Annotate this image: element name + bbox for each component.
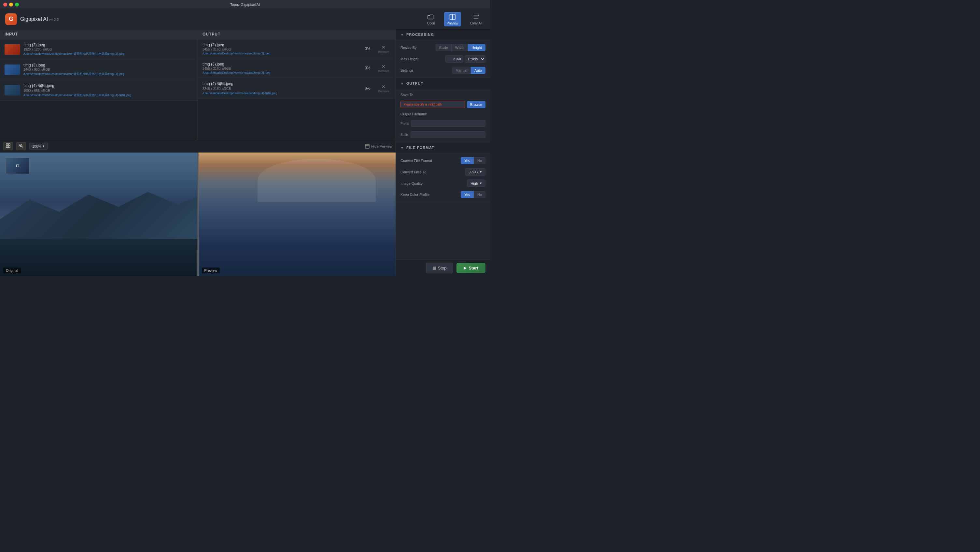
action-bar: Stop Start xyxy=(396,260,490,276)
remove-button[interactable]: ✕ Remove xyxy=(376,63,391,73)
file-path: /Users/ianbale/Desktop/Herrick-resized/t… xyxy=(202,52,361,55)
keep-color-no[interactable]: No xyxy=(474,191,485,198)
maximize-button[interactable] xyxy=(15,3,19,6)
output-column: OUTPUT timg (2).jpeg 3456 x 2160, sRGB /… xyxy=(198,29,396,140)
suffix-label: Suffix xyxy=(401,133,409,137)
output-percent: 0% xyxy=(365,46,370,51)
prefix-input[interactable] xyxy=(411,120,485,127)
thumbnail-img xyxy=(5,44,20,55)
fit-view-button[interactable] xyxy=(3,142,13,150)
save-to-path-input[interactable]: Please specify a valid path xyxy=(401,101,465,108)
preview-divider[interactable] xyxy=(198,153,199,276)
scale-button[interactable]: Scale xyxy=(436,44,452,51)
remove-button[interactable]: ✕ Remove xyxy=(376,44,391,54)
convert-format-no[interactable]: No xyxy=(474,157,485,164)
minimize-button[interactable] xyxy=(9,3,13,6)
browse-button[interactable]: Browse xyxy=(467,101,485,108)
file-format-title: FILE FORMAT xyxy=(406,146,434,150)
max-height-row: Max Height Pixels xyxy=(401,55,485,63)
file-path: /Users/ianbale/Desktop/Herrick-resized/t… xyxy=(202,71,361,74)
list-item[interactable]: timg (4)-编辑.jpeg 3248 x 2160, sRGB /User… xyxy=(198,78,396,99)
left-panel: INPUT timg (2).jpeg 1920 x 1200, sRGB /U… xyxy=(0,29,396,276)
settings-label: Settings xyxy=(401,69,414,72)
hide-preview-button[interactable]: Hide Preview xyxy=(365,144,392,148)
image-quality-label: Image Quality xyxy=(401,182,423,185)
chevron-down-icon: ▼ xyxy=(401,82,404,85)
clear-all-button[interactable]: Clear All xyxy=(468,12,485,26)
list-item[interactable]: timg (2).jpeg 3456 x 2160, sRGB /Users/i… xyxy=(198,40,396,59)
output-section-header[interactable]: ▼ OUTPUT xyxy=(396,78,490,89)
height-button[interactable]: Height xyxy=(468,44,485,51)
output-file-info: timg (4)-编辑.jpeg 3248 x 2160, sRGB /User… xyxy=(202,81,361,96)
preview-toolbar: 100% ▾ Hide Preview xyxy=(0,140,396,153)
file-format-section-header[interactable]: ▼ FILE FORMAT xyxy=(396,142,490,153)
file-dims: 1920 x 1200, sRGB xyxy=(24,48,193,51)
list-item[interactable]: timg (3).jpeg 1440 x 900, sRGB /Users/ma… xyxy=(0,60,197,80)
open-button[interactable]: Open xyxy=(425,12,438,26)
app-name: Gigapixel AI xyxy=(20,16,48,22)
window-title: Topaz Gigapixel AI xyxy=(230,3,260,6)
convert-format-label: Convert File Format xyxy=(401,159,432,163)
file-thumbnail xyxy=(5,64,20,75)
prefix-row: Prefix xyxy=(401,120,485,127)
svg-rect-8 xyxy=(6,146,8,148)
chevron-down-icon: ▾ xyxy=(480,181,482,185)
processing-section-body: Resize By Scale Width Height Max Height … xyxy=(396,40,490,78)
image-quality-dropdown[interactable]: High ▾ xyxy=(467,180,485,187)
chevron-down-icon: ▾ xyxy=(43,144,45,148)
thumbnail-img xyxy=(5,64,20,75)
manual-button[interactable]: Manual xyxy=(452,67,471,74)
convert-to-value: JPEG xyxy=(469,170,478,174)
input-column: INPUT timg (2).jpeg 1920 x 1200, sRGB /U… xyxy=(0,29,198,140)
zoom-in-button[interactable] xyxy=(16,142,26,150)
zoom-level-selector[interactable]: 100% ▾ xyxy=(29,143,48,150)
close-button[interactable] xyxy=(3,3,7,6)
svg-rect-14 xyxy=(365,144,369,148)
keep-color-yes[interactable]: Yes xyxy=(461,191,474,198)
suffix-input[interactable] xyxy=(410,131,485,138)
preview-button[interactable]: Preview xyxy=(444,12,461,26)
file-name: timg (4)-编辑.jpeg xyxy=(202,81,361,87)
file-name: timg (3).jpeg xyxy=(202,62,361,67)
pixels-select[interactable]: Pixels xyxy=(465,55,485,63)
list-item[interactable]: timg (3).jpeg 3456 x 2160, sRGB /Users/i… xyxy=(198,59,396,78)
clear-all-label: Clear All xyxy=(470,21,482,25)
list-item[interactable]: timg (4)-编辑.jpeg 1000 x 665, sRGB /Users… xyxy=(0,80,197,101)
output-percent: 0% xyxy=(365,86,370,91)
file-dims: 3456 x 2160, sRGB xyxy=(202,48,361,51)
hide-preview-label: Hide Preview xyxy=(371,144,392,148)
auto-button[interactable]: Auto xyxy=(471,67,485,74)
file-dims: 3456 x 2160, sRGB xyxy=(202,67,361,70)
processing-section-header[interactable]: ▼ PROCESSING xyxy=(396,29,490,40)
zoom-value: 100% xyxy=(32,144,41,148)
stop-button[interactable]: Stop xyxy=(426,263,453,273)
file-thumbnail xyxy=(5,44,20,55)
preview-image xyxy=(199,153,396,276)
settings-group: Manual Auto xyxy=(452,67,485,74)
file-info: timg (3).jpeg 1440 x 900, sRGB /Users/ma… xyxy=(24,63,193,76)
max-height-input[interactable] xyxy=(445,56,463,62)
suffix-row: Suffix xyxy=(401,131,485,138)
file-thumbnail xyxy=(5,85,20,96)
convert-format-yes[interactable]: Yes xyxy=(461,157,474,164)
output-filename-label: Output Filename xyxy=(401,112,427,116)
output-filename-row: Output Filename xyxy=(401,112,485,116)
save-to-input-row: Please specify a valid path Browse xyxy=(401,101,485,108)
traffic-lights xyxy=(3,3,19,6)
output-percent: 0% xyxy=(365,66,370,70)
width-button[interactable]: Width xyxy=(452,44,468,51)
thumbnail-img xyxy=(5,85,20,96)
right-panel: ▼ PROCESSING Resize By Scale Width Heigh… xyxy=(396,29,490,276)
convert-format-row: Convert File Format Yes No xyxy=(401,157,485,164)
prefix-label: Prefix xyxy=(401,122,409,126)
remove-button[interactable]: ✕ Remove xyxy=(376,83,391,94)
output-file-info: timg (3).jpeg 3456 x 2160, sRGB /Users/i… xyxy=(202,62,361,74)
file-dims: 1000 x 665, sRGB xyxy=(24,89,193,93)
file-dims: 3248 x 2160, sRGB xyxy=(202,87,361,91)
file-name: timg (3).jpeg xyxy=(24,63,193,67)
list-item[interactable]: timg (2).jpeg 1920 x 1200, sRGB /Users/m… xyxy=(0,40,197,60)
convert-to-dropdown[interactable]: JPEG ▾ xyxy=(465,168,485,175)
app-header: G Gigapixel AI v4.2.2 Open Preview xyxy=(0,9,490,29)
start-button[interactable]: Start xyxy=(457,263,485,273)
file-dims: 1440 x 900, sRGB xyxy=(24,68,193,71)
